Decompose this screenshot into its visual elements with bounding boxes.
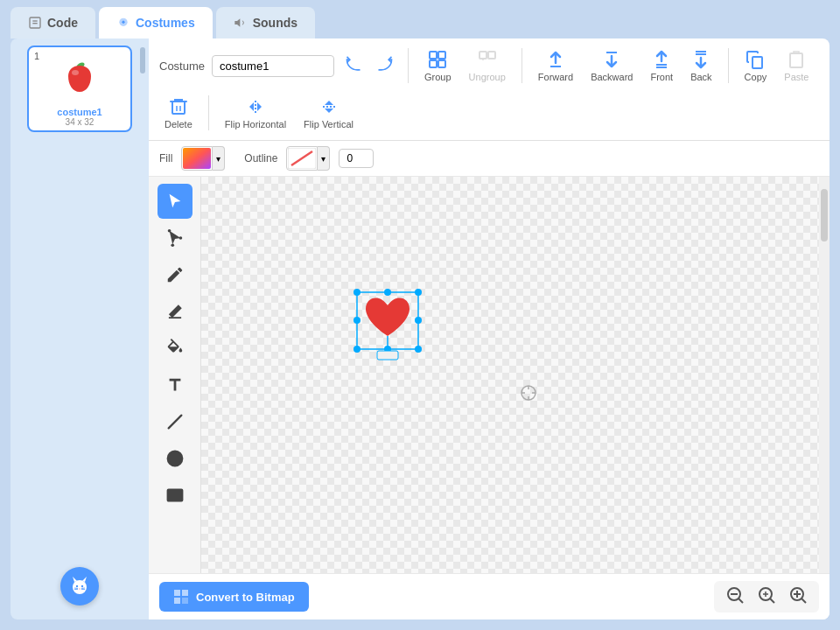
redo-button[interactable] bbox=[373, 52, 397, 80]
tool-reshape[interactable] bbox=[158, 220, 192, 256]
canvas-scrollbar[interactable] bbox=[819, 177, 830, 573]
forward-icon bbox=[545, 49, 566, 70]
divider-2 bbox=[522, 48, 522, 83]
left-tools bbox=[149, 177, 201, 573]
outline-color-dropdown[interactable]: ▾ bbox=[318, 146, 330, 171]
svg-line-43 bbox=[168, 416, 181, 429]
svg-line-75 bbox=[802, 598, 806, 603]
svg-point-10 bbox=[81, 585, 83, 587]
paste-button[interactable]: Paste bbox=[779, 46, 814, 86]
delete-button[interactable]: Delete bbox=[159, 93, 198, 133]
tab-bar: Code Costumes Sounds bbox=[0, 0, 840, 38]
svg-point-9 bbox=[76, 585, 78, 587]
sidebar: 1 costume1 34 x 32 bbox=[10, 38, 149, 620]
ungroup-button[interactable]: Ungroup bbox=[464, 46, 511, 86]
bottom-bar: Convert to Bitmap bbox=[149, 573, 830, 620]
costume-item[interactable]: 1 costume1 34 x 32 bbox=[27, 46, 132, 132]
sprite-svg bbox=[353, 288, 423, 367]
tool-fill[interactable] bbox=[158, 331, 192, 366]
sprite-container bbox=[353, 288, 423, 370]
outline-color-preview bbox=[288, 148, 316, 169]
tool-brush[interactable] bbox=[158, 257, 192, 292]
svg-rect-64 bbox=[182, 590, 188, 596]
convert-to-bitmap-button[interactable]: Convert to Bitmap bbox=[159, 582, 309, 612]
costume-label: Costume bbox=[159, 60, 205, 73]
tab-sounds[interactable]: Sounds bbox=[216, 7, 315, 38]
costumes-icon bbox=[116, 16, 130, 30]
back-icon bbox=[690, 49, 711, 70]
fill-color-dropdown[interactable]: ▾ bbox=[213, 146, 225, 171]
svg-point-44 bbox=[167, 452, 182, 466]
delete-icon bbox=[168, 96, 189, 117]
svg-rect-66 bbox=[182, 598, 188, 604]
svg-marker-8 bbox=[82, 577, 87, 582]
fill-color-swatch[interactable] bbox=[181, 146, 213, 171]
svg-line-12 bbox=[74, 588, 78, 589]
svg-point-41 bbox=[178, 236, 182, 240]
tool-eraser[interactable] bbox=[158, 294, 192, 329]
costume-size-label: 34 x 32 bbox=[66, 117, 94, 127]
costume-name-input[interactable] bbox=[212, 55, 334, 77]
zoom-reset-icon bbox=[758, 586, 775, 604]
costume-number: 1 bbox=[34, 51, 39, 61]
canvas-drawing-area[interactable] bbox=[201, 177, 819, 573]
tool-text[interactable] bbox=[158, 368, 192, 402]
svg-rect-45 bbox=[167, 490, 182, 501]
reshape-icon bbox=[165, 228, 185, 248]
flip-vertical-button[interactable]: Flip Vertical bbox=[298, 93, 359, 133]
group-button[interactable]: Group bbox=[419, 46, 457, 86]
zoom-reset-button[interactable] bbox=[752, 584, 780, 609]
svg-point-49 bbox=[415, 289, 422, 296]
code-icon bbox=[28, 16, 42, 30]
svg-rect-65 bbox=[174, 598, 180, 604]
svg-line-71 bbox=[770, 598, 774, 603]
fill-label: Fill bbox=[159, 152, 172, 164]
cat-icon bbox=[68, 575, 91, 598]
copy-button[interactable]: Copy bbox=[739, 46, 773, 86]
front-button[interactable]: Front bbox=[645, 46, 678, 86]
redo-icon bbox=[376, 56, 394, 74]
top-toolbar: Costume bbox=[149, 38, 830, 141]
add-costume-button[interactable] bbox=[60, 567, 99, 606]
outline-label: Outline bbox=[244, 152, 277, 164]
rect-icon bbox=[165, 486, 185, 505]
back-button[interactable]: Back bbox=[685, 46, 717, 86]
svg-rect-63 bbox=[174, 590, 180, 596]
brush-icon bbox=[165, 265, 185, 284]
flip-horizontal-button[interactable]: Flip Horizontal bbox=[220, 93, 291, 133]
text-icon bbox=[165, 375, 185, 395]
svg-rect-19 bbox=[438, 60, 445, 67]
select-icon bbox=[165, 192, 185, 211]
outline-size-input[interactable] bbox=[339, 149, 374, 168]
flip-horizontal-icon bbox=[245, 96, 266, 117]
divider-4 bbox=[208, 95, 209, 130]
flip-vertical-icon bbox=[318, 96, 340, 117]
tool-line[interactable] bbox=[158, 404, 192, 439]
svg-rect-32 bbox=[172, 102, 185, 114]
undo-button[interactable] bbox=[341, 52, 366, 80]
tool-rect[interactable] bbox=[158, 478, 192, 513]
zoom-out-button[interactable] bbox=[721, 584, 749, 609]
zoom-in-button[interactable] bbox=[784, 584, 812, 609]
tab-code[interactable]: Code bbox=[10, 7, 95, 38]
divider-1 bbox=[408, 48, 409, 83]
tab-costumes[interactable]: Costumes bbox=[99, 7, 213, 38]
svg-point-11 bbox=[79, 588, 80, 589]
svg-point-47 bbox=[354, 289, 360, 296]
scroll-thumb-v bbox=[821, 189, 828, 242]
divider-3 bbox=[728, 48, 729, 83]
fill-color-preview bbox=[183, 148, 211, 169]
tool-select[interactable] bbox=[158, 184, 192, 219]
svg-marker-7 bbox=[73, 577, 77, 582]
ungroup-icon bbox=[477, 49, 498, 70]
group-icon bbox=[427, 49, 448, 70]
line-icon bbox=[165, 412, 185, 431]
tool-circle[interactable] bbox=[158, 441, 192, 476]
backward-button[interactable]: Backward bbox=[585, 46, 638, 86]
svg-rect-16 bbox=[430, 52, 437, 59]
crosshair-icon bbox=[518, 382, 539, 403]
forward-button[interactable]: Forward bbox=[533, 46, 578, 86]
sidebar-scrollbar[interactable] bbox=[140, 38, 147, 620]
svg-rect-31 bbox=[790, 53, 802, 67]
outline-color-swatch[interactable] bbox=[286, 146, 318, 171]
